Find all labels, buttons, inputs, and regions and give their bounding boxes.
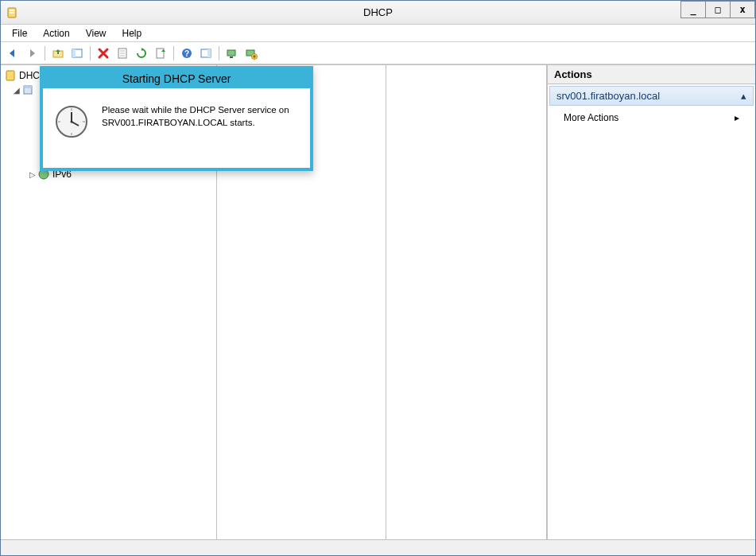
svg-rect-15: [227, 50, 235, 56]
dialog-message: Please wait while the DHCP Server servic…: [102, 104, 289, 129]
list-column-2: [386, 65, 547, 539]
window-title: DHCP: [1, 6, 755, 18]
statusbar: [1, 539, 755, 555]
titlebar: DHCP _ □ x: [1, 1, 755, 25]
actions-server-label: srv001.firatboyan.local: [556, 90, 660, 102]
back-button[interactable]: [4, 45, 21, 62]
svg-rect-16: [230, 56, 233, 58]
expand-toggle-icon[interactable]: ▷: [28, 170, 37, 179]
dhcp-app-icon: [6, 6, 18, 19]
delete-button[interactable]: [95, 45, 112, 62]
refresh-button[interactable]: [133, 45, 150, 62]
chevron-right-icon: ▸: [735, 112, 739, 123]
more-actions-item[interactable]: More Actions ▸: [548, 107, 755, 128]
menu-view[interactable]: View: [78, 26, 114, 41]
forward-button[interactable]: [23, 45, 41, 62]
svg-rect-19: [6, 71, 14, 80]
svg-rect-5: [72, 49, 76, 57]
export-list-button[interactable]: [152, 45, 169, 62]
svg-rect-21: [24, 86, 32, 88]
svg-rect-14: [207, 49, 211, 57]
show-hide-tree-button[interactable]: [68, 45, 86, 62]
actions-server-group[interactable]: srv001.firatboyan.local ▴: [549, 86, 754, 106]
dhcp-icon: [4, 69, 17, 82]
more-actions-label: More Actions: [564, 112, 618, 123]
toolbar-separator: [219, 46, 219, 60]
show-hide-action-pane-button[interactable]: [197, 45, 215, 62]
close-button[interactable]: x: [730, 1, 755, 18]
actions-pane: Actions srv001.firatboyan.local ▴ More A…: [547, 65, 755, 539]
menubar: File Action View Help: [1, 25, 755, 42]
svg-text:?: ?: [184, 49, 189, 58]
collapse-icon: ▴: [741, 90, 746, 102]
actions-header: Actions: [548, 65, 755, 84]
up-folder-button[interactable]: [49, 45, 67, 62]
add-server-button[interactable]: [242, 45, 260, 62]
dialog-title: Starting DHCP Server: [43, 69, 310, 88]
server-icon: [21, 84, 34, 96]
menu-help[interactable]: Help: [114, 26, 150, 41]
toolbar-separator: [90, 46, 91, 60]
clock-icon: [54, 104, 89, 139]
collapse-toggle-icon[interactable]: ◢: [12, 86, 21, 95]
svg-rect-1: [10, 10, 14, 11]
dialog-body: Please wait while the DHCP Server servic…: [43, 88, 310, 168]
svg-rect-2: [10, 12, 14, 14]
properties-button[interactable]: [114, 45, 131, 62]
manage-authorized-servers-button[interactable]: [223, 45, 241, 62]
mmc-window: DHCP _ □ x File Action View Help ?: [0, 0, 756, 556]
svg-rect-10: [157, 49, 164, 58]
dialog-line2: SRV001.FIRATBOYAN.LOCAL starts.: [102, 117, 289, 130]
dialog-line1: Please wait while the DHCP Server servic…: [102, 104, 289, 117]
minimize-button[interactable]: _: [680, 1, 706, 18]
maximize-button[interactable]: □: [705, 1, 731, 18]
menu-action[interactable]: Action: [35, 26, 77, 41]
help-button[interactable]: ?: [178, 45, 196, 62]
window-controls: _ □ x: [681, 1, 755, 18]
starting-dhcp-dialog: Starting DHCP Server Please wait while t…: [40, 66, 313, 171]
toolbar: ?: [1, 42, 755, 64]
menu-file[interactable]: File: [4, 26, 35, 41]
toolbar-separator: [45, 46, 45, 60]
toolbar-separator: [173, 46, 174, 60]
